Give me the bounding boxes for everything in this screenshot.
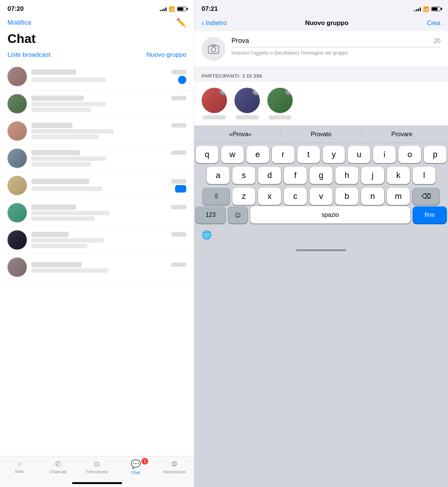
key-t[interactable]: t: [297, 146, 320, 163]
autocorrect-item-1[interactable]: «Prova»: [200, 129, 280, 139]
key-row-2: a s d f g h j k l: [196, 167, 447, 184]
key-q[interactable]: q: [196, 146, 218, 163]
key-y[interactable]: y: [323, 146, 345, 163]
participant-item: ✕: [234, 88, 260, 119]
unread-badge: [178, 76, 186, 84]
remove-participant-button[interactable]: ✕: [220, 88, 227, 95]
key-123[interactable]: 123: [196, 206, 225, 224]
tab-fotocamera[interactable]: ⊙ Fotocamera: [78, 459, 116, 474]
key-h[interactable]: h: [335, 167, 358, 184]
key-a[interactable]: a: [206, 167, 230, 184]
keyboard-rows: q w e r t y u i o p a s d f g h j k: [194, 143, 448, 206]
shift-key[interactable]: ⇧: [203, 188, 230, 205]
impostazioni-icon: ⚙: [171, 459, 178, 468]
tab-impostazioni[interactable]: ⚙ Impostazioni: [155, 459, 194, 474]
group-name-input[interactable]: [231, 37, 434, 45]
participant-item: ✕: [267, 88, 293, 119]
status-icons-right: 📶: [414, 6, 441, 12]
signal-bars-right: [414, 7, 421, 11]
autocorrect-item-3[interactable]: Provare: [362, 129, 442, 139]
status-bar-right: 07:21 📶: [194, 0, 448, 16]
key-f[interactable]: f: [284, 167, 307, 184]
key-d[interactable]: d: [258, 167, 281, 184]
key-g[interactable]: g: [309, 167, 333, 184]
avatar: [7, 203, 27, 222]
chat-badge: 1: [141, 458, 148, 465]
modifica-button[interactable]: Modifica: [7, 19, 31, 26]
list-item[interactable]: [0, 227, 194, 254]
group-hint: Inserisci l'oggetto e (facoltativo) l'im…: [231, 50, 441, 56]
key-fine[interactable]: fine: [413, 206, 447, 224]
avatar: [7, 94, 27, 113]
avatar: [7, 121, 27, 141]
chat-title: Chat: [0, 31, 194, 49]
liste-broadcast-button[interactable]: Liste broadcast: [7, 51, 50, 59]
avatar: [7, 149, 27, 168]
home-indicator-left: [72, 482, 122, 484]
key-j[interactable]: j: [361, 167, 384, 184]
group-input-area: 20 Inserisci l'oggetto e (facoltativo) l…: [231, 37, 441, 56]
chiamate-icon: ✆: [55, 459, 61, 468]
globe-icon[interactable]: 🌐: [202, 230, 212, 240]
time-right: 07:21: [202, 5, 218, 13]
participant-item: ✕: [202, 88, 227, 119]
key-o[interactable]: o: [398, 146, 421, 163]
list-item[interactable]: [0, 145, 194, 172]
status-icons-left: 📶: [160, 6, 186, 12]
key-n[interactable]: n: [361, 188, 384, 205]
char-count: 20: [434, 38, 441, 44]
key-r[interactable]: r: [272, 146, 295, 163]
list-item[interactable]: [0, 254, 194, 281]
backspace-key[interactable]: ⌫: [413, 188, 439, 205]
crea-button[interactable]: Crea: [427, 19, 441, 27]
list-item[interactable]: [0, 199, 194, 227]
key-x[interactable]: x: [258, 188, 281, 205]
globe-row: 🌐: [194, 227, 448, 244]
tab-stato-label: Stato: [15, 469, 24, 474]
autocorrect-bar: «Prova» Provato Provare: [194, 126, 448, 143]
tab-stato[interactable]: ○ Stato: [0, 459, 39, 474]
key-w[interactable]: w: [221, 146, 244, 163]
list-item[interactable]: [0, 63, 194, 90]
list-item[interactable]: [0, 172, 194, 199]
tab-chiamate[interactable]: ✆ Chiamate: [39, 459, 78, 474]
compose-icon[interactable]: ✏️: [176, 18, 186, 28]
camera-button[interactable]: [202, 37, 225, 61]
participant-avatar: ✕: [267, 88, 293, 113]
autocorrect-item-2[interactable]: Provato: [281, 129, 361, 139]
participant-name: [203, 115, 225, 119]
list-item[interactable]: [0, 90, 194, 118]
participant-avatar: ✕: [234, 88, 260, 113]
key-z[interactable]: z: [232, 188, 255, 205]
tab-chat[interactable]: 💬 1 Chat: [116, 459, 155, 475]
back-button[interactable]: ‹ Indietro: [202, 19, 227, 27]
key-i[interactable]: i: [373, 146, 396, 163]
key-c[interactable]: c: [284, 188, 307, 205]
key-v[interactable]: v: [309, 188, 333, 205]
tab-fotocamera-label: Fotocamera: [86, 469, 108, 474]
key-u[interactable]: u: [348, 146, 370, 163]
stato-icon: ○: [17, 459, 22, 468]
nav-title: Nuovo gruppo: [305, 19, 348, 27]
fotocamera-icon: ⊙: [94, 459, 100, 468]
key-l[interactable]: l: [413, 167, 436, 184]
key-m[interactable]: m: [387, 188, 410, 205]
nuovo-gruppo-button-left[interactable]: Nuovo gruppo: [146, 51, 186, 59]
home-indicator-right: [194, 244, 448, 256]
key-space[interactable]: spazio: [250, 206, 410, 224]
battery-icon-left: [177, 7, 186, 11]
key-p[interactable]: p: [424, 146, 447, 163]
key-emoji[interactable]: ☺: [228, 206, 248, 224]
svg-point-1: [211, 47, 216, 52]
key-b[interactable]: b: [335, 188, 358, 205]
key-s[interactable]: s: [232, 167, 255, 184]
remove-participant-button[interactable]: ✕: [252, 88, 260, 95]
key-e[interactable]: e: [246, 146, 269, 163]
key-k[interactable]: k: [387, 167, 410, 184]
broadcast-row: Liste broadcast Nuovo gruppo: [0, 49, 194, 63]
list-item[interactable]: [0, 118, 194, 145]
group-setup: 20 Inserisci l'oggetto e (facoltativo) l…: [194, 31, 448, 67]
avatar: [7, 67, 27, 86]
avatar: [7, 257, 27, 277]
remove-participant-button[interactable]: ✕: [285, 88, 293, 95]
